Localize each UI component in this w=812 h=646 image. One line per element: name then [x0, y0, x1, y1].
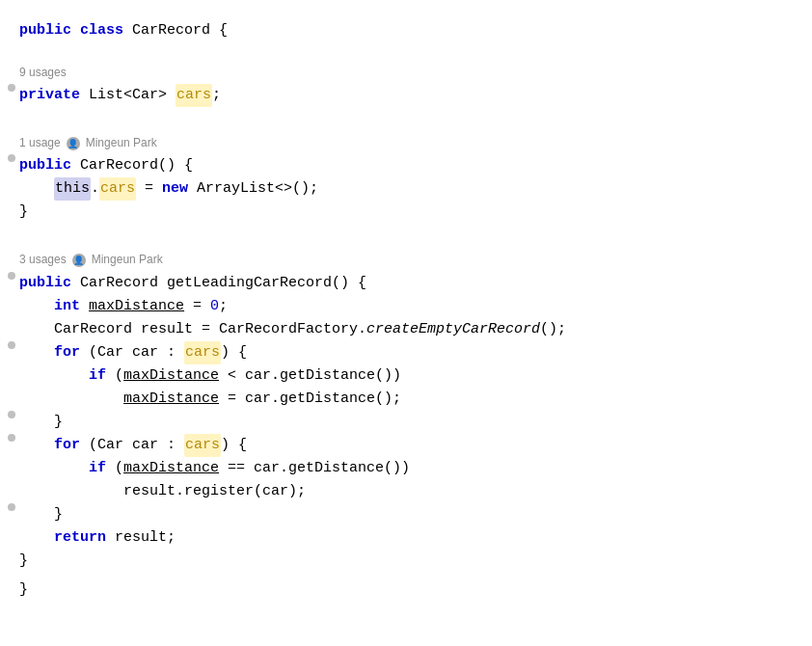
gutter-dot-for1-close — [8, 411, 15, 418]
method-createempty: createEmptyCarRecord — [366, 318, 540, 341]
gutter-dot-for2-close — [8, 503, 15, 511]
gutter-dot-for1 — [8, 341, 15, 349]
line-assign: maxDistance = car.getDistance(); — [19, 388, 793, 411]
identifier-cars-3: cars — [184, 341, 221, 364]
usages-field: 9 usages — [19, 64, 67, 82]
gutter-for1 — [6, 341, 15, 349]
line-class-close: } — [19, 579, 793, 602]
code-editor: public class CarRecord { 9 usages privat… — [0, 10, 812, 611]
user-method: Mingeun Park — [92, 251, 163, 269]
identifier-maxdistance-3: maxDistance — [123, 388, 219, 411]
line-if1: if (maxDistance < car.getDistance()) — [19, 364, 793, 388]
user-constructor: Mingeun Park — [86, 134, 157, 152]
line-for2: for (Car car : cars) { — [19, 434, 793, 457]
line-return: return result; — [19, 526, 793, 550]
line-constructor-body: this.cars = new ArrayList<>(); — [19, 177, 793, 201]
gutter-for2 — [6, 434, 15, 442]
meta-constructor: 1 usage 👤 Mingeun Park — [19, 134, 793, 152]
identifier-maxdistance-4: maxDistance — [123, 457, 219, 480]
gutter-dot-method — [8, 272, 15, 280]
user-icon-method: 👤 — [72, 254, 86, 267]
gutter-for1-close — [6, 411, 15, 418]
gutter-dot-field — [8, 84, 15, 92]
literal-zero: 0 — [210, 295, 219, 318]
keyword-new: new — [162, 177, 188, 201]
identifier-cars-2: cars — [99, 177, 136, 201]
gutter-method — [6, 272, 15, 280]
keyword-public: public — [19, 19, 71, 42]
keyword-if-2: if — [89, 457, 106, 480]
keyword-public-3: public — [19, 272, 71, 295]
line-method-close: } — [19, 550, 793, 573]
identifier-maxdistance-1: maxDistance — [89, 295, 184, 318]
line-for1-close: } — [19, 411, 793, 434]
keyword-int: int — [54, 295, 80, 318]
line-result: CarRecord result = CarRecordFactory.crea… — [19, 318, 793, 341]
line-constructor-sig: public CarRecord() { — [19, 154, 793, 177]
keyword-if-1: if — [89, 364, 106, 388]
keyword-for-2: for — [54, 434, 80, 457]
gutter-dot-for2 — [8, 434, 15, 442]
line-for2-close: } — [19, 503, 793, 526]
gutter-for2-close — [6, 503, 15, 511]
usages-method: 3 usages — [19, 251, 67, 269]
user-icon-constructor: 👤 — [67, 137, 80, 150]
gutter-field — [6, 84, 15, 92]
identifier-cars: cars — [176, 84, 212, 107]
keyword-return: return — [54, 526, 106, 550]
line-int: int maxDistance = 0; — [19, 295, 793, 318]
gutter-constructor — [6, 154, 15, 162]
keyword-class: class — [80, 19, 123, 42]
keyword-this: this — [54, 177, 91, 201]
line-field: private List<Car> cars; — [19, 84, 793, 107]
keyword-public-2: public — [19, 154, 71, 177]
identifier-cars-4: cars — [184, 434, 221, 457]
line-if2: if (maxDistance == car.getDistance()) — [19, 457, 793, 480]
line-register: result.register(car); — [19, 480, 793, 503]
line-class-decl: public class CarRecord { — [19, 19, 793, 42]
keyword-for-1: for — [54, 341, 80, 364]
line-for1: for (Car car : cars) { — [19, 341, 793, 364]
meta-field: 9 usages — [19, 64, 793, 82]
meta-method: 3 usages 👤 Mingeun Park — [19, 251, 793, 269]
identifier-maxdistance-2: maxDistance — [123, 364, 219, 388]
usages-constructor: 1 usage — [19, 134, 61, 152]
gutter-dot-constructor — [8, 154, 15, 162]
keyword-private: private — [19, 84, 80, 107]
line-constructor-close: } — [19, 201, 793, 224]
line-method-sig: public CarRecord getLeadingCarRecord() { — [19, 272, 793, 295]
